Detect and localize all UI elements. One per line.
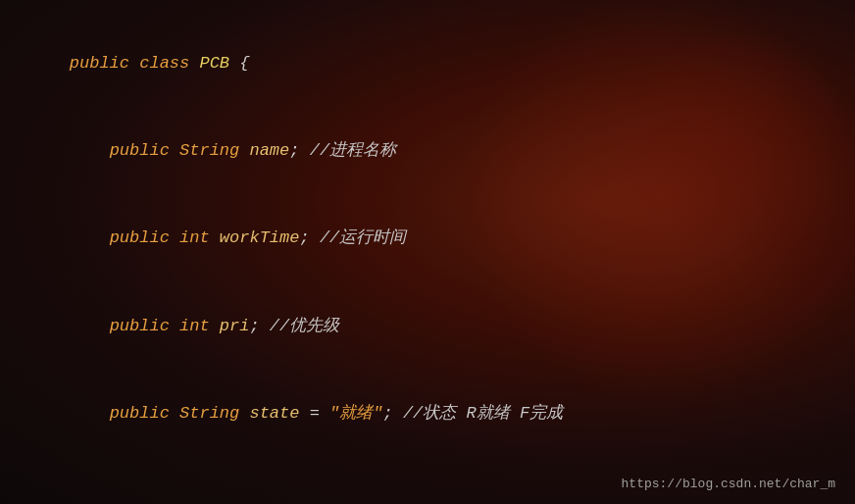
code-container: public class PCB { public String name; /… bbox=[0, 0, 855, 504]
type-string: String bbox=[179, 141, 249, 160]
comment-4: //状态 R就绪 F完成 bbox=[393, 404, 563, 423]
footer-url: https://blog.csdn.net/char_m bbox=[622, 474, 835, 492]
classname-pcb: PCB bbox=[199, 54, 239, 73]
type-int: int bbox=[179, 228, 220, 247]
indent bbox=[70, 141, 110, 160]
keyword-public4: public bbox=[110, 317, 179, 335]
equals: = bbox=[310, 404, 329, 423]
comment-2: //运行时间 bbox=[310, 228, 407, 247]
code-line-5: public String state = "就绪"; //状态 R就绪 F完成 bbox=[29, 370, 826, 457]
var-pri: pri bbox=[220, 317, 250, 335]
string-val: "就绪" bbox=[329, 404, 382, 423]
semicolon1: ; bbox=[289, 141, 299, 160]
semicolon2: ; bbox=[299, 228, 309, 247]
keyword-class: class bbox=[139, 54, 199, 73]
code-line-2: public String name; //进程名称 bbox=[29, 107, 826, 194]
var-name: name bbox=[249, 141, 289, 160]
url-text: https://blog.csdn.net/char_m bbox=[622, 477, 835, 491]
var-state: state bbox=[249, 404, 309, 423]
indent bbox=[70, 404, 110, 423]
indent bbox=[70, 317, 110, 335]
type-int2: int bbox=[179, 317, 220, 335]
semicolon4: ; bbox=[383, 404, 393, 423]
code-line-1: public class PCB { bbox=[29, 20, 826, 107]
comment-3: //优先级 bbox=[260, 317, 340, 335]
var-worktime: workTime bbox=[220, 228, 300, 247]
brace-open: { bbox=[239, 54, 249, 73]
semicolon3: ; bbox=[249, 317, 259, 335]
keyword-public3: public bbox=[110, 228, 179, 247]
code-line-3: public int workTime; //运行时间 bbox=[29, 195, 826, 282]
keyword-public5: public bbox=[110, 404, 179, 423]
keyword-public2: public bbox=[110, 141, 179, 160]
type-string2: String bbox=[179, 404, 249, 423]
indent bbox=[70, 228, 110, 247]
code-line-4: public int pri; //优先级 bbox=[29, 282, 826, 370]
keyword-public: public bbox=[70, 54, 139, 73]
comment-1: //进程名称 bbox=[299, 141, 396, 160]
